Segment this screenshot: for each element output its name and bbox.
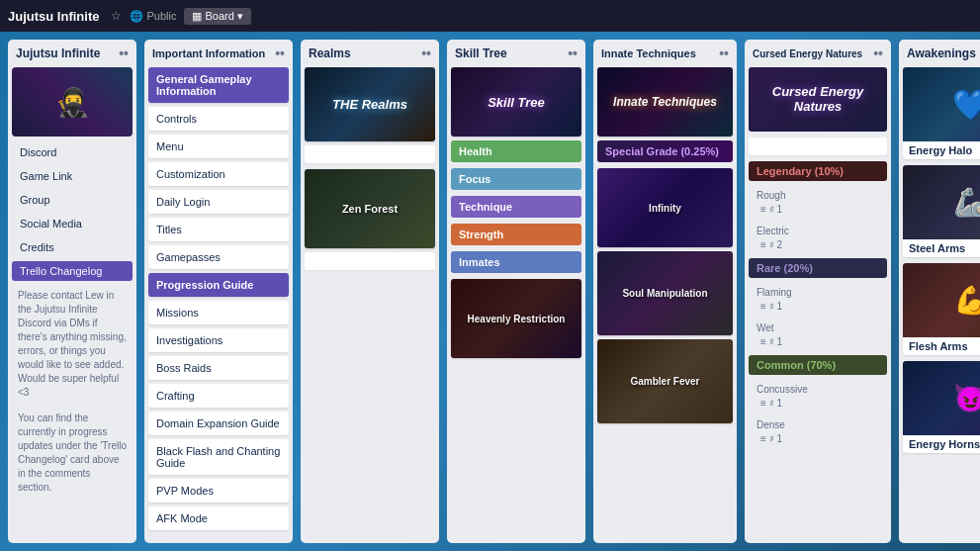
rough-label: Rough — [753, 189, 883, 202]
gambler-label: Gambler Fever — [626, 372, 703, 391]
innate-header: Innate Techniques •• — [593, 40, 737, 67]
skill-focus[interactable]: Focus — [451, 168, 581, 190]
cursed-blank[interactable] — [749, 138, 887, 155]
avatar-image: 🥷 — [12, 67, 133, 137]
flesh-arms-label: Flesh Arms — [903, 337, 980, 355]
awakenings-column: Awakenings •• 💙 Energy Halo 🦾 Steel Arms — [899, 40, 980, 543]
important-customization[interactable]: Customization — [148, 162, 289, 186]
wet-count[interactable]: ≡ ♯ 1 — [753, 334, 883, 349]
skill-tree-menu[interactable]: •• — [568, 46, 578, 61]
important-pvp[interactable]: PVP Modes — [148, 479, 289, 503]
dense-count[interactable]: ≡ ♯ 1 — [753, 431, 883, 446]
innate-title: Innate Techniques — [609, 91, 721, 113]
sidebar-item-changelog[interactable]: Trello Changelog — [12, 261, 133, 281]
realms-blank-2[interactable] — [305, 252, 435, 270]
important-info-header: Important Information •• — [144, 40, 293, 67]
energy-horns-label: Energy Horns — [903, 435, 980, 453]
important-investigations[interactable]: Investigations — [148, 328, 289, 352]
gambler-fever-card[interactable]: Gambler Fever — [597, 339, 733, 423]
cursed-menu[interactable]: •• — [873, 46, 883, 61]
flesh-arms-icon: 💪 — [953, 284, 980, 317]
top-nav: Jujutsu Infinite ☆ 🌐 Public ▦ Board ▾ — [0, 0, 980, 32]
important-progression[interactable]: Progression Guide — [148, 273, 289, 297]
wet-section: Wet ≡ ♯ 1 — [749, 320, 887, 351]
important-missions[interactable]: Missions — [148, 301, 289, 324]
important-titles[interactable]: Titles — [148, 218, 289, 241]
avatar-card: 🥷 — [12, 67, 133, 137]
important-general-gameplay[interactable]: General Gameplay Information — [148, 67, 289, 103]
sidebar-column: Jujutsu Infinite •• 🥷 Discord Game Link … — [8, 40, 136, 543]
awakening-flesh-arms[interactable]: 💪 Flesh Arms — [903, 263, 980, 355]
electric-section: Electric ≡ ♯ 2 — [749, 223, 887, 254]
skill-tree-header: Skill Tree •• — [447, 40, 585, 67]
cursed-energy-column: Cursed Energy Natures •• Cursed Energy N… — [745, 40, 891, 543]
important-daily-login[interactable]: Daily Login — [148, 190, 289, 214]
important-controls[interactable]: Controls — [148, 107, 289, 131]
sidebar-body: 🥷 Discord Game Link Group Social Media C… — [8, 67, 136, 543]
realms-column: Realms •• THE Realms Zen Forest — [301, 40, 439, 543]
electric-count[interactable]: ≡ ♯ 2 — [753, 237, 883, 252]
flaming-count[interactable]: ≡ ♯ 1 — [753, 299, 883, 314]
sidebar-item-social[interactable]: Social Media — [12, 214, 133, 233]
important-black-flash[interactable]: Black Flash and Chanting Guide — [148, 439, 289, 475]
innate-body: Innate Techniques Special Grade (0.25%) … — [593, 67, 737, 543]
infinity-card[interactable]: Infinity — [597, 168, 733, 247]
cursed-body: Cursed Energy Natures Legendary (10%) Ro… — [745, 67, 891, 543]
energy-horns-icon: 😈 — [953, 382, 980, 414]
skill-tree-header-card[interactable]: Skill Tree — [451, 67, 581, 137]
realms-header: Realms •• — [301, 40, 439, 67]
flaming-section: Flaming ≡ ♯ 1 — [749, 284, 887, 316]
awakening-energy-horns[interactable]: 😈 Energy Horns — [903, 361, 980, 453]
chevron-icon: ▾ — [237, 10, 243, 23]
board-wrapper: Jujutsu Infinite •• 🥷 Discord Game Link … — [0, 32, 980, 551]
star-icon[interactable]: ☆ — [111, 9, 122, 23]
sidebar-item-group[interactable]: Group — [12, 190, 133, 210]
realms-title: THE Realms — [332, 97, 407, 112]
realms-body: THE Realms Zen Forest — [301, 67, 439, 543]
rare-card[interactable]: Rare (20%) — [749, 258, 887, 278]
important-gamepasses[interactable]: Gamepasses — [148, 245, 289, 269]
skill-inmates[interactable]: Inmates — [451, 251, 581, 273]
important-info-menu[interactable]: •• — [275, 46, 285, 61]
awakening-energy-halo[interactable]: 💙 Energy Halo — [903, 67, 980, 159]
realms-header-card[interactable]: THE Realms — [305, 67, 435, 141]
soul-manipulation-card[interactable]: Soul Manipulation — [597, 251, 733, 335]
important-boss-raids[interactable]: Boss Raids — [148, 356, 289, 380]
skill-tree-column: Skill Tree •• Skill Tree Health Focus Te… — [447, 40, 585, 543]
flaming-label: Flaming — [753, 286, 883, 299]
soul-manip-label: Soul Manipulation — [618, 284, 711, 303]
important-info-column: Important Information •• General Gamepla… — [144, 40, 293, 543]
rough-count[interactable]: ≡ ♯ 1 — [753, 202, 883, 217]
concussive-count[interactable]: ≡ ♯ 1 — [753, 396, 883, 411]
sidebar-item-credits[interactable]: Credits — [12, 237, 133, 257]
innate-header-card[interactable]: Innate Techniques — [597, 67, 733, 137]
common-card[interactable]: Common (70%) — [749, 355, 887, 375]
realms-menu[interactable]: •• — [421, 46, 431, 61]
public-badge: 🌐 Public — [130, 10, 176, 23]
cursed-header-image[interactable]: Cursed Energy Natures — [749, 67, 887, 132]
sidebar-description2: You can find the currently in progress u… — [12, 408, 133, 499]
dense-section: Dense ≡ ♯ 1 — [749, 416, 887, 448]
sidebar-item-discord[interactable]: Discord — [12, 142, 133, 162]
realms-blank-1[interactable] — [305, 145, 435, 163]
important-crafting[interactable]: Crafting — [148, 384, 289, 408]
important-domain[interactable]: Domain Expansion Guide — [148, 412, 289, 435]
important-menu[interactable]: Menu — [148, 135, 289, 158]
legendary-card[interactable]: Legendary (10%) — [749, 161, 887, 181]
important-info-body: General Gameplay Information Controls Me… — [144, 67, 293, 543]
innate-menu[interactable]: •• — [719, 46, 729, 61]
important-afk[interactable]: AFK Mode — [148, 506, 289, 530]
awakening-steel-arms[interactable]: 🦾 Steel Arms — [903, 165, 980, 257]
skill-strength[interactable]: Strength — [451, 224, 581, 245]
skill-health[interactable]: Health — [451, 140, 581, 162]
special-grade-card[interactable]: Special Grade (0.25%) — [597, 140, 733, 162]
concussive-label: Concussive — [753, 383, 883, 396]
sidebar-item-gamelink[interactable]: Game Link — [12, 166, 133, 186]
concussive-section: Concussive ≡ ♯ 1 — [749, 381, 887, 413]
sidebar-menu-icon[interactable]: •• — [119, 46, 129, 61]
skill-technique[interactable]: Technique — [451, 196, 581, 218]
realms-zen-forest[interactable]: Zen Forest — [305, 169, 435, 248]
board-button[interactable]: ▦ Board ▾ — [184, 8, 250, 25]
heavenly-restriction-card[interactable]: Heavenly Restriction — [451, 279, 581, 358]
zen-forest-label: Zen Forest — [342, 203, 398, 215]
